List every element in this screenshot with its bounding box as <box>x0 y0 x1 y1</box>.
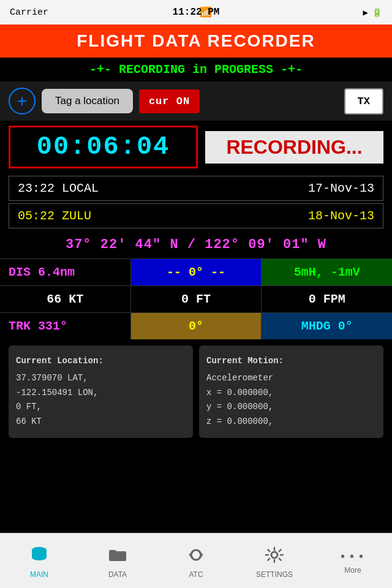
hdg-cell: -- 0° -- <box>131 259 262 285</box>
nav-atc[interactable]: ATC <box>157 533 235 588</box>
trk-cell: TRK 331° <box>0 313 131 339</box>
timer-box: 00:06:04 <box>9 126 198 168</box>
add-location-button[interactable]: + <box>9 88 36 115</box>
carrier-label: Carrier <box>10 7 48 18</box>
location-lat: 37.379070 LAT, <box>16 371 186 386</box>
settings-icon <box>265 546 284 568</box>
zulu-time: 05:22 ZULU <box>18 209 91 223</box>
gps-icon: ▶ <box>363 7 368 18</box>
recording-indicator: RECORDING... <box>205 131 383 164</box>
controls-row: + Tag a location cur ON TX <box>0 81 392 121</box>
bottom-nav: MAIN DATA ATC <box>0 533 392 588</box>
timer-row: 00:06:04 RECORDING... <box>0 121 392 173</box>
motion-type: Accelerometer <box>206 371 376 386</box>
mhdg-cell: MHDG 0° <box>262 313 392 339</box>
data-row-3: TRK 331° 0° MHDG 0° <box>0 312 392 339</box>
status-right: ▶ 🔋 <box>363 7 382 18</box>
coordinates-row: 37° 22' 44" N / 122° 09' 01" W <box>0 231 392 258</box>
cur-button[interactable]: cur ON <box>139 89 200 113</box>
recording-label: RECORDING... <box>226 136 362 158</box>
motion-z: z = 0.000000, <box>206 415 376 429</box>
coordinates-text: 37° 22' 44" N / 122° 09' 01" W <box>66 237 326 252</box>
app-title: FLIGHT DATA RECORDER <box>77 31 315 51</box>
recording-status-text: -+- RECORDING in PROGRESS -+- <box>89 62 303 77</box>
nav-more[interactable]: ••• More <box>314 533 392 588</box>
app-header: FLIGHT DATA RECORDER <box>0 24 392 58</box>
info-panels: Current Location: 37.379070 LAT, -122.15… <box>9 345 383 438</box>
motion-x: x = 0.000000, <box>206 386 376 401</box>
motion-panel: Current Motion: Accelerometer x = 0.0000… <box>199 345 383 438</box>
tx-button[interactable]: TX <box>344 88 383 115</box>
location-kt: 66 KT <box>16 415 186 429</box>
nav-settings[interactable]: SETTINGS <box>235 533 314 588</box>
local-time-row: 23:22 LOCAL 17-Nov-13 <box>9 176 383 201</box>
tag-location-button[interactable]: Tag a location <box>42 89 133 113</box>
trk-val-cell: 0° <box>131 313 262 339</box>
status-bar: Carrier 📶 11:22 PM ▶ 🔋 <box>0 0 392 24</box>
nav-main[interactable]: MAIN <box>0 533 78 588</box>
location-lon: -122.150491 LON, <box>16 386 186 401</box>
signal-cell: 5mH, -1mV <box>262 259 392 285</box>
fpm-cell: 0 FPM <box>262 286 392 312</box>
tag-label: Tag a location <box>55 95 119 107</box>
data-row-1: DIS 6.4nm -- 0° -- 5mH, -1mV <box>0 258 392 285</box>
recording-status-bar: -+- RECORDING in PROGRESS -+- <box>0 58 392 81</box>
cur-label: cur ON <box>149 96 190 107</box>
location-ft: 0 FT, <box>16 400 186 415</box>
battery-icon: 🔋 <box>372 7 382 18</box>
timer-value: 00:06:04 <box>37 132 170 162</box>
zulu-date: 18-Nov-13 <box>308 209 374 223</box>
nav-settings-label: SETTINGS <box>256 570 293 579</box>
data-row-2: 66 KT 0 FT 0 FPM <box>0 285 392 312</box>
speed-cell: 66 KT <box>0 286 131 312</box>
local-time: 23:22 LOCAL <box>18 181 99 195</box>
more-icon: ••• <box>339 551 366 564</box>
plus-icon: + <box>17 91 27 111</box>
data-icon <box>108 546 127 568</box>
motion-y: y = 0.000000, <box>206 400 376 415</box>
atc-icon <box>186 546 206 568</box>
altitude-cell: 0 FT <box>131 286 262 312</box>
svg-point-4 <box>32 554 47 560</box>
motion-title: Current Motion: <box>206 354 376 369</box>
main-icon <box>29 546 49 568</box>
nav-data-label: DATA <box>108 570 127 579</box>
dis-cell: DIS 6.4nm <box>0 259 131 285</box>
nav-data[interactable]: DATA <box>78 533 157 588</box>
location-panel: Current Location: 37.379070 LAT, -122.15… <box>9 345 193 438</box>
nav-main-label: MAIN <box>30 570 48 579</box>
tx-label: TX <box>358 96 370 107</box>
zulu-time-row: 05:22 ZULU 18-Nov-13 <box>9 203 383 228</box>
local-date: 17-Nov-13 <box>308 181 374 195</box>
status-time: 11:22 PM <box>173 7 220 18</box>
nav-atc-label: ATC <box>189 570 203 579</box>
svg-point-5 <box>271 552 277 558</box>
location-title: Current Location: <box>16 354 186 369</box>
nav-more-label: More <box>344 566 361 575</box>
